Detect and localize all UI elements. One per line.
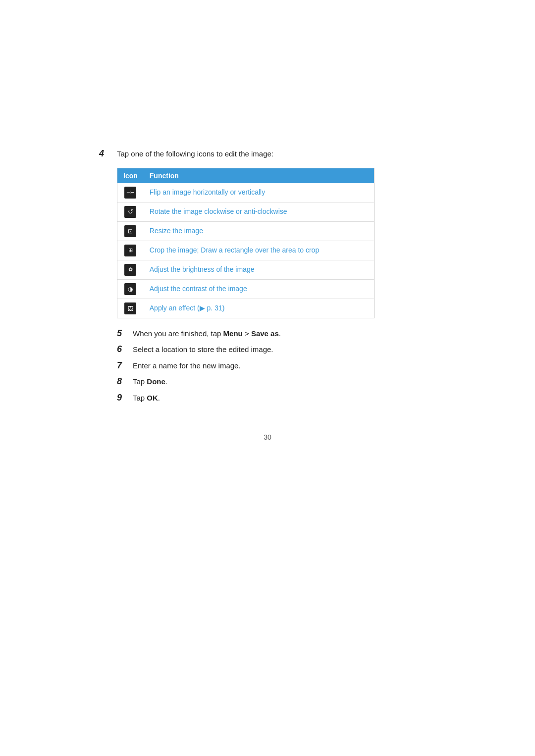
step-6: 6 Select a location to store the edited … [117, 344, 374, 355]
icon-cell-crop: ⊞ [117, 241, 144, 260]
step-4-intro: 4 Tap one of the following icons to edit… [99, 149, 436, 160]
step-9-number: 9 [117, 393, 127, 403]
flip-icon: ⊣⊢ [124, 187, 136, 199]
page-number: 30 [99, 433, 436, 441]
function-cell-rotate: Rotate the image clockwise or anti-clock… [144, 202, 374, 221]
step-9: 9 Tap OK. [117, 393, 374, 404]
function-text-resize: Resize the image [150, 227, 203, 235]
table-header-function: Function [144, 168, 374, 183]
function-cell-resize: Resize the image [144, 221, 374, 241]
function-text-contrast: Adjust the contrast of the image [150, 285, 247, 293]
crop-icon: ⊞ [124, 245, 136, 256]
step-6-text: Select a location to store the edited im… [133, 344, 273, 355]
step-9-text: Tap OK. [133, 393, 160, 404]
step-6-number: 6 [117, 344, 127, 354]
table-row: ⊣⊢ Flip an image horizontally or vertica… [117, 183, 374, 202]
step-7-text: Enter a name for the new image. [133, 360, 241, 372]
function-text-crop: Crop the image; Draw a rectangle over th… [150, 246, 319, 254]
step-5: 5 When you are finished, tap Menu > Save… [117, 328, 374, 340]
table-row: ↺ Rotate the image clockwise or anti-clo… [117, 202, 374, 221]
step-4-number: 4 [99, 149, 111, 159]
step-4-text: Tap one of the following icons to edit t… [117, 149, 273, 160]
step-5-number: 5 [117, 328, 127, 339]
step-8-number: 8 [117, 376, 127, 387]
step-7-number: 7 [117, 360, 127, 371]
steps-list: 5 When you are finished, tap Menu > Save… [117, 328, 374, 404]
table-row: ⊞ Crop the image; Draw a rectangle over … [117, 241, 374, 260]
function-cell-brightness: Adjust the brightness of the image [144, 260, 374, 279]
step-5-text: When you are finished, tap Menu > Save a… [133, 328, 281, 340]
table-row: ◑ Adjust the contrast of the image [117, 279, 374, 299]
contrast-icon: ◑ [124, 283, 136, 295]
effect-icon: 🖼 [124, 302, 136, 314]
rotate-icon: ↺ [124, 206, 136, 218]
icon-cell-contrast: ◑ [117, 279, 144, 299]
icon-cell-rotate: ↺ [117, 202, 144, 221]
function-text-flip: Flip an image horizontally or vertically [150, 188, 265, 196]
table-header-row: Icon Function [117, 168, 374, 183]
icon-cell-flip: ⊣⊢ [117, 183, 144, 202]
function-text-brightness: Adjust the brightness of the image [150, 265, 255, 273]
table-row: ✿ Adjust the brightness of the image [117, 260, 374, 279]
table-row: 🖼 Apply an effect (▶ p. 31) [117, 299, 374, 318]
icon-cell-brightness: ✿ [117, 260, 144, 279]
function-cell-flip: Flip an image horizontally or vertically [144, 183, 374, 202]
content-area: 4 Tap one of the following icons to edit… [99, 149, 436, 441]
function-cell-crop: Crop the image; Draw a rectangle over th… [144, 241, 374, 260]
step-8-text: Tap Done. [133, 376, 167, 388]
table-row: ⊡ Resize the image [117, 221, 374, 241]
function-text-effect: Apply an effect (▶ p. 31) [150, 304, 225, 312]
table-body: ⊣⊢ Flip an image horizontally or vertica… [117, 183, 374, 318]
function-cell-effect: Apply an effect (▶ p. 31) [144, 299, 374, 318]
icon-function-table: Icon Function ⊣⊢ Flip an image horizonta… [117, 168, 374, 318]
function-cell-contrast: Adjust the contrast of the image [144, 279, 374, 299]
icon-function-table-wrapper: Icon Function ⊣⊢ Flip an image horizonta… [117, 168, 374, 318]
resize-icon: ⊡ [124, 225, 136, 237]
icon-cell-effect: 🖼 [117, 299, 144, 318]
page-container: 4 Tap one of the following icons to edit… [0, 0, 535, 756]
function-text-rotate: Rotate the image clockwise or anti-clock… [150, 207, 287, 215]
step-8: 8 Tap Done. [117, 376, 374, 388]
table-header-icon: Icon [117, 168, 144, 183]
brightness-icon: ✿ [124, 264, 136, 276]
icon-cell-resize: ⊡ [117, 221, 144, 241]
step-7: 7 Enter a name for the new image. [117, 360, 374, 372]
